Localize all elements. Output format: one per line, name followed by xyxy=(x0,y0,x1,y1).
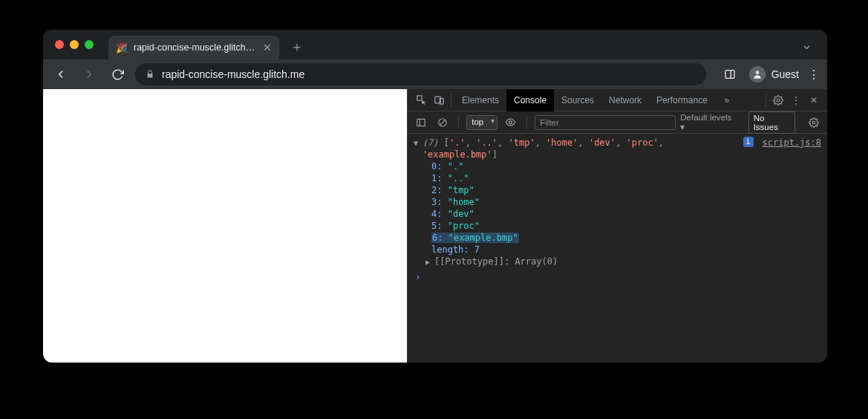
new-tab-button[interactable]: ＋ xyxy=(287,36,307,57)
array-entry: 2: "tmp" xyxy=(414,184,821,196)
live-expression-icon[interactable] xyxy=(502,114,519,131)
array-entry: 1: ".." xyxy=(414,172,821,184)
svg-rect-3 xyxy=(417,96,421,100)
source-link[interactable]: script.js:8 xyxy=(754,137,821,149)
window-chevron-icon[interactable]: ⌄ xyxy=(801,36,812,53)
device-toolbar-icon[interactable] xyxy=(430,91,448,109)
clear-console-icon[interactable] xyxy=(434,114,451,131)
array-entry: 3: "home" xyxy=(414,196,821,208)
svg-rect-7 xyxy=(417,119,425,126)
profile-button[interactable]: Guest xyxy=(749,66,799,82)
prototype-row[interactable]: ▶[[Prototype]]: Array(0) xyxy=(414,256,821,268)
svg-point-12 xyxy=(813,121,816,124)
array-entry: 0: "." xyxy=(414,160,821,172)
devtools-tab-bar: Elements Console Sources Network Perform… xyxy=(408,89,827,111)
minimize-window-button[interactable] xyxy=(70,40,79,49)
window-controls xyxy=(55,40,94,49)
url-text: rapid-concise-muscle.glitch.me xyxy=(162,68,304,80)
filter-input[interactable] xyxy=(535,115,676,130)
tab-sources[interactable]: Sources xyxy=(554,89,601,111)
array-summary: (7) ['.', '..', 'tmp', 'home', 'dev', 'p… xyxy=(422,137,740,160)
tab-network[interactable]: Network xyxy=(601,89,649,111)
svg-point-6 xyxy=(777,99,780,102)
console-message[interactable]: ▼ (7) ['.', '..', 'tmp', 'home', 'dev', … xyxy=(414,137,821,160)
tab-performance[interactable]: Performance xyxy=(649,89,715,111)
tabs-overflow-icon[interactable]: » xyxy=(718,91,736,109)
devtools-panel: Elements Console Sources Network Perform… xyxy=(407,89,827,363)
browser-tab[interactable]: 🎉 rapid-concise-muscle.glitch.me ✕ xyxy=(108,36,279,59)
toolbar-right: Guest ⋮ xyxy=(719,64,820,85)
chevron-right-icon[interactable]: ▶ xyxy=(425,256,433,268)
side-panel-icon[interactable] xyxy=(719,64,740,85)
tab-strip: 🎉 rapid-concise-muscle.glitch.me ✕ ＋ ⌄ xyxy=(43,30,827,59)
tab-title: rapid-concise-muscle.glitch.me xyxy=(134,42,257,53)
lock-icon xyxy=(146,70,154,79)
tab-console[interactable]: Console xyxy=(506,89,554,111)
inspect-element-icon[interactable] xyxy=(412,91,430,109)
console-settings-icon[interactable] xyxy=(806,114,823,131)
chevron-down-icon[interactable]: ▼ xyxy=(414,137,421,149)
svg-line-10 xyxy=(440,120,445,125)
array-length: length: 7 xyxy=(414,244,821,256)
tab-elements[interactable]: Elements xyxy=(454,89,506,111)
console-prompt[interactable]: › xyxy=(414,268,821,286)
webpage-viewport[interactable] xyxy=(43,89,407,363)
avatar-icon xyxy=(749,66,766,82)
svg-point-11 xyxy=(509,121,512,124)
content-area: Elements Console Sources Network Perform… xyxy=(43,89,827,363)
array-entry: 4: "dev" xyxy=(414,208,821,220)
context-selector[interactable]: top xyxy=(466,115,497,130)
profile-label: Guest xyxy=(771,68,799,80)
console-output[interactable]: ▼ (7) ['.', '..', 'tmp', 'home', 'dev', … xyxy=(408,134,827,363)
context-selector-label: top xyxy=(466,115,497,130)
reload-button[interactable] xyxy=(107,64,128,85)
close-window-button[interactable] xyxy=(55,40,64,49)
svg-point-2 xyxy=(755,71,759,74)
array-entry: 5: "proc" xyxy=(414,220,821,232)
array-entry: 6: "example.bmp" xyxy=(414,232,821,244)
kebab-menu-icon[interactable]: ⋮ xyxy=(808,68,820,82)
console-toolbar: top Default levels ▾ No Issues xyxy=(408,111,827,134)
devtools-settings-icon[interactable] xyxy=(769,91,787,109)
tab-close-icon[interactable]: ✕ xyxy=(263,42,272,53)
maximize-window-button[interactable] xyxy=(85,40,94,49)
issues-button[interactable]: No Issues xyxy=(748,111,795,134)
browser-window: 🎉 rapid-concise-muscle.glitch.me ✕ ＋ ⌄ r… xyxy=(43,30,827,363)
info-badge-icon[interactable]: i xyxy=(743,137,754,147)
devtools-menu-icon[interactable]: ⋮ xyxy=(787,91,805,109)
tab-favicon: 🎉 xyxy=(116,42,128,53)
devtools-close-icon[interactable]: ✕ xyxy=(805,91,823,109)
console-sidebar-toggle-icon[interactable] xyxy=(412,114,429,131)
browser-toolbar: rapid-concise-muscle.glitch.me Guest ⋮ xyxy=(43,59,827,89)
forward-button[interactable] xyxy=(79,64,99,85)
back-button[interactable] xyxy=(50,64,71,85)
address-bar[interactable]: rapid-concise-muscle.glitch.me xyxy=(135,63,706,85)
log-levels-selector[interactable]: Default levels ▾ xyxy=(680,113,736,132)
svg-rect-0 xyxy=(725,71,734,79)
